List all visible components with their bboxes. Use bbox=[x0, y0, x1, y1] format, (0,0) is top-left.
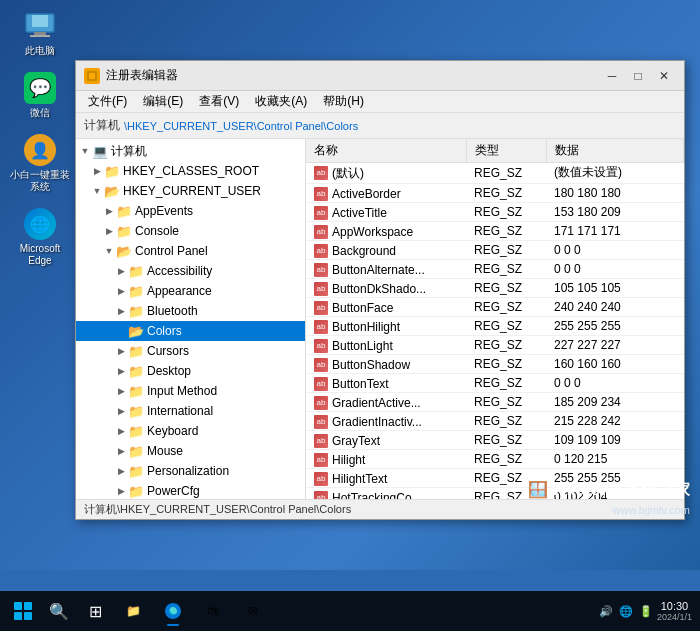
tree-item[interactable]: ▶📁International bbox=[76, 401, 305, 421]
table-row[interactable]: abActiveBorderREG_SZ180 180 180 bbox=[306, 183, 684, 202]
value-type: REG_SZ bbox=[466, 373, 546, 392]
tree-item[interactable]: ▶📁Console bbox=[76, 221, 305, 241]
folder-icon: 📁 bbox=[128, 484, 144, 499]
tree-item-label: Appearance bbox=[147, 284, 212, 298]
desktop-icons: 此电脑 💬 微信 👤 小白一键重装系统 🌐 Microsoft Edge bbox=[10, 10, 70, 267]
table-row[interactable]: abAppWorkspaceREG_SZ171 171 171 bbox=[306, 221, 684, 240]
table-row[interactable]: abGrayTextREG_SZ109 109 109 bbox=[306, 430, 684, 449]
watermark: 🪟 Windows 系统之家 www.bjjmlv.com bbox=[528, 477, 690, 520]
value-type: REG_SZ bbox=[466, 392, 546, 411]
table-row[interactable]: abButtonAlternate...REG_SZ0 0 0 bbox=[306, 259, 684, 278]
value-data: 171 171 171 bbox=[546, 221, 684, 240]
tree-item[interactable]: ▶📁AppEvents bbox=[76, 201, 305, 221]
search-button[interactable]: 🔍 bbox=[44, 596, 74, 626]
table-row[interactable]: abBackgroundREG_SZ0 0 0 bbox=[306, 240, 684, 259]
tree-item[interactable]: ▼📂Control Panel bbox=[76, 241, 305, 261]
start-button[interactable] bbox=[8, 596, 38, 626]
edge-icon-desktop[interactable]: 🌐 Microsoft Edge bbox=[10, 208, 70, 267]
value-data: 180 180 180 bbox=[546, 183, 684, 202]
tree-item[interactable]: ▶📁Mouse bbox=[76, 441, 305, 461]
values-panel[interactable]: 名称 类型 数据 ab(默认)REG_SZ(数值未设置)abActiveBord… bbox=[306, 139, 684, 499]
tree-item[interactable]: ▶📁Desktop bbox=[76, 361, 305, 381]
folder-icon: 📁 bbox=[128, 264, 144, 279]
edge-label: Microsoft Edge bbox=[10, 243, 70, 267]
title-bar: 注册表编辑器 ─ □ ✕ bbox=[76, 61, 684, 91]
minimize-button[interactable]: ─ bbox=[600, 66, 624, 86]
tree-item[interactable]: ▶📁PowerCfg bbox=[76, 481, 305, 499]
menu-favorites[interactable]: 收藏夹(A) bbox=[247, 91, 315, 112]
taskbar-mail[interactable]: ✉ bbox=[236, 594, 270, 628]
close-button[interactable]: ✕ bbox=[652, 66, 676, 86]
tree-item[interactable]: ▼💻计算机 bbox=[76, 141, 305, 161]
tree-item[interactable]: ▶📁Personalization bbox=[76, 461, 305, 481]
value-data: 215 228 242 bbox=[546, 411, 684, 430]
folder-icon: 📁 bbox=[128, 284, 144, 299]
folder-icon: 📂 bbox=[104, 184, 120, 199]
taskbar-explorer[interactable]: 📁 bbox=[116, 594, 150, 628]
table-row[interactable]: abButtonShadowREG_SZ160 160 160 bbox=[306, 354, 684, 373]
folder-icon: 📁 bbox=[116, 224, 132, 239]
table-row[interactable]: abButtonLightREG_SZ227 227 227 bbox=[306, 335, 684, 354]
task-view-button[interactable]: ⊞ bbox=[80, 596, 110, 626]
maximize-button[interactable]: □ bbox=[626, 66, 650, 86]
wechat-icon-desktop[interactable]: 💬 微信 bbox=[10, 72, 70, 119]
menu-help[interactable]: 帮助(H) bbox=[315, 91, 372, 112]
table-row[interactable]: abGradientActive...REG_SZ185 209 234 bbox=[306, 392, 684, 411]
svg-rect-2 bbox=[34, 32, 46, 35]
tree-panel[interactable]: ▼💻计算机▶📁HKEY_CLASSES_ROOT▼📂HKEY_CURRENT_U… bbox=[76, 139, 306, 499]
tree-item[interactable]: ▶📁Cursors bbox=[76, 341, 305, 361]
menu-view[interactable]: 查看(V) bbox=[191, 91, 247, 112]
value-type: REG_SZ bbox=[466, 297, 546, 316]
folder-icon: 📁 bbox=[128, 424, 144, 439]
tree-item[interactable]: ▶📁Input Method bbox=[76, 381, 305, 401]
tree-item-label: Cursors bbox=[147, 344, 189, 358]
value-data: 0 120 215 bbox=[546, 449, 684, 468]
value-data: 105 105 105 bbox=[546, 278, 684, 297]
table-row[interactable]: abGradientInactiv...REG_SZ215 228 242 bbox=[306, 411, 684, 430]
tree-item-label: Personalization bbox=[147, 464, 229, 478]
reinstall-icon[interactable]: 👤 小白一键重装系统 bbox=[10, 134, 70, 193]
tree-item[interactable]: ▼📂HKEY_CURRENT_USER bbox=[76, 181, 305, 201]
value-name: abGrayText bbox=[306, 430, 466, 449]
tree-item[interactable]: ▶📁Appearance bbox=[76, 281, 305, 301]
computer-icon[interactable]: 此电脑 bbox=[10, 10, 70, 57]
folder-icon: 📁 bbox=[104, 164, 120, 179]
tree-item[interactable]: ▶📁HKEY_CLASSES_ROOT bbox=[76, 161, 305, 181]
taskbar-store[interactable]: 🛍 bbox=[196, 594, 230, 628]
table-row[interactable]: abButtonTextREG_SZ0 0 0 bbox=[306, 373, 684, 392]
menu-file[interactable]: 文件(F) bbox=[80, 91, 135, 112]
value-data: 0 0 0 bbox=[546, 240, 684, 259]
table-row[interactable]: abActiveTitleREG_SZ153 180 209 bbox=[306, 202, 684, 221]
table-row[interactable]: abButtonHilightREG_SZ255 255 255 bbox=[306, 316, 684, 335]
taskbar-edge[interactable] bbox=[156, 594, 190, 628]
taskbar: 🔍 ⊞ 📁 🛍 ✉ 🔊 🌐 🔋 10:30 2024/1/1 bbox=[0, 591, 700, 631]
reinstall-label: 小白一键重装系统 bbox=[10, 169, 70, 193]
menu-edit[interactable]: 编辑(E) bbox=[135, 91, 191, 112]
table-row[interactable]: abHilightREG_SZ0 120 215 bbox=[306, 449, 684, 468]
svg-rect-3 bbox=[30, 35, 50, 37]
tree-item[interactable]: ▶📁Accessibility bbox=[76, 261, 305, 281]
folder-icon: 📁 bbox=[128, 384, 144, 399]
wechat-label: 微信 bbox=[30, 107, 50, 119]
table-row[interactable]: abButtonFaceREG_SZ240 240 240 bbox=[306, 297, 684, 316]
tree-item-label: Colors bbox=[147, 324, 182, 338]
table-row[interactable]: abButtonDkShado...REG_SZ105 105 105 bbox=[306, 278, 684, 297]
folder-icon: 📂 bbox=[116, 244, 132, 259]
value-name: abButtonDkShado... bbox=[306, 278, 466, 297]
tree-item[interactable]: ▶📁Keyboard bbox=[76, 421, 305, 441]
value-type: REG_SZ bbox=[466, 335, 546, 354]
folder-icon: 📁 bbox=[128, 364, 144, 379]
tree-item[interactable]: ▶📁Bluetooth bbox=[76, 301, 305, 321]
value-name: ab(默认) bbox=[306, 163, 466, 184]
table-row[interactable]: ab(默认)REG_SZ(数值未设置) bbox=[306, 163, 684, 184]
col-name: 名称 bbox=[306, 139, 466, 163]
value-name: abButtonHilight bbox=[306, 316, 466, 335]
folder-icon: 📁 bbox=[128, 344, 144, 359]
address-bar: 计算机 \HKEY_CURRENT_USER\Control Panel\Col… bbox=[76, 113, 684, 139]
tree-item-label: HKEY_CURRENT_USER bbox=[123, 184, 261, 198]
tree-item[interactable]: 📂Colors bbox=[76, 321, 305, 341]
value-type: REG_SZ bbox=[466, 354, 546, 373]
clock: 10:30 2024/1/1 bbox=[657, 600, 692, 622]
value-data: 185 209 234 bbox=[546, 392, 684, 411]
value-name: abHotTrackingCo... bbox=[306, 487, 466, 499]
